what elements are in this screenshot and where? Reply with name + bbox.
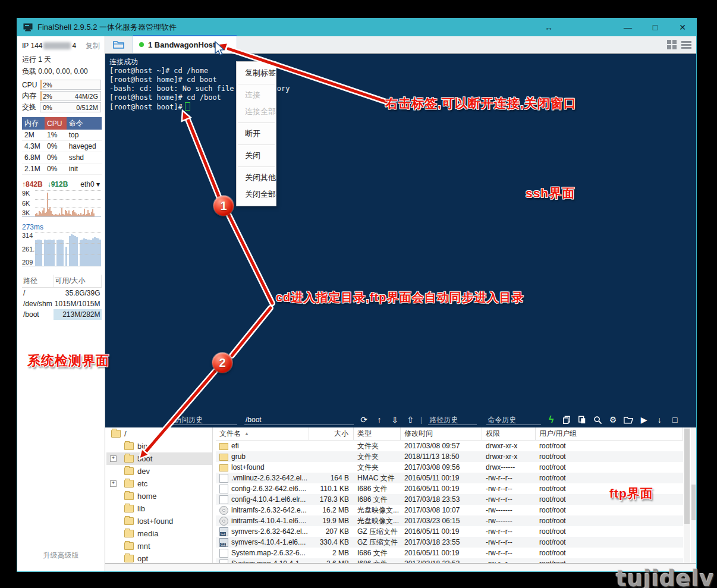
process-row[interactable]: 2.1M0%init	[22, 163, 102, 175]
menu-bars-icon[interactable]	[681, 40, 691, 50]
file-row[interactable]: config-4.10.4-1.el6.elr...178.3 KBI686 文…	[216, 494, 683, 505]
menu-item-复制标签[interactable]: 复制标签	[237, 65, 276, 81]
command-history-field[interactable]: 命令历史	[486, 415, 541, 425]
column-header-修改时间[interactable]: 修改时间	[401, 427, 482, 440]
column-header-大小[interactable]: 大小	[309, 427, 354, 440]
play-icon[interactable]: ▶	[639, 414, 649, 425]
tree-item-opt[interactable]: opt	[106, 552, 212, 564]
upgrade-link[interactable]: 升级高级版	[17, 551, 105, 561]
tree-item-boot[interactable]: +boot	[106, 452, 212, 465]
process-row[interactable]: 6.8M0%sshd	[22, 152, 102, 163]
file-row[interactable]: lost+found文件夹2017/03/08 09:56drwx------r…	[216, 462, 683, 473]
maximize-button[interactable]: □	[641, 18, 669, 36]
file-row[interactable]: config-2.6.32-642.el6....110.1 KBI686 文件…	[216, 483, 683, 494]
close-button[interactable]: ✕	[669, 18, 696, 36]
disk-value: 35.8G/39G	[54, 288, 102, 299]
column-header-权限[interactable]: 权限	[482, 427, 536, 440]
file-type: 文件夹	[354, 463, 401, 473]
up-icon[interactable]: ↑	[374, 415, 385, 425]
column-header-类型[interactable]: 类型	[354, 427, 401, 440]
down-arrow-icon[interactable]: ↓	[654, 414, 665, 425]
file-row[interactable]: initramfs-4.10.4-1.el6....19.9 MB光盘映像文..…	[216, 515, 683, 526]
file-table: 文件名▲大小类型修改时间权限用户/用户组 efi文件夹2017/03/08 09…	[216, 427, 683, 564]
path-input[interactable]: /boot	[244, 415, 354, 425]
folder-icon	[124, 467, 134, 475]
file-row[interactable]: efi文件夹2017/03/08 09:57drwxr-xr-xroot/roo…	[216, 441, 683, 451]
gauge-label: 交换	[22, 102, 40, 112]
window-icon[interactable]: □	[669, 414, 680, 425]
file-row[interactable]: grub文件夹2018/11/13 18:50drwxr-xr-xroot/ro…	[216, 451, 683, 462]
disk-table: 路径可用/大小 /35.8G/39G/dev/shm1015M/1015M/bo…	[22, 275, 102, 320]
gear-icon[interactable]: ⚙	[608, 414, 618, 425]
file-type: 光盘映像文...	[354, 516, 401, 526]
file-row[interactable]: .vmlinuz-2.6.32-642.el...164 BHMAC 文件201…	[216, 473, 683, 483]
interface-selector[interactable]: eth0 ▾	[80, 180, 100, 188]
column-header-文件名[interactable]: 文件名▲	[216, 427, 309, 440]
table-scrollbar[interactable]	[684, 427, 690, 564]
disk-value: 1015M/1015M	[54, 298, 102, 309]
tree-item-lib[interactable]: lib	[106, 502, 212, 515]
access-history-field[interactable]: 访问历史	[173, 415, 237, 425]
file-size: 16.2 MB	[309, 506, 354, 514]
system-monitor-sidebar: IP 144 4 复制 运行 1 天 负载 0.00, 0.00, 0.00 C…	[17, 36, 105, 571]
gauge-bar: 0%0/512M	[40, 102, 101, 112]
tree-item-/[interactable]: /	[106, 427, 212, 440]
tree-item-lost+found[interactable]: lost+found	[106, 515, 212, 527]
tree-item-etc[interactable]: +etc	[106, 477, 212, 490]
menu-item-断开[interactable]: 断开	[237, 125, 276, 142]
file-row[interactable]: symvers-4.10.4-1.el6....330.4 KBGZ 压缩文件2…	[216, 537, 683, 548]
folder-icon	[124, 555, 134, 562]
disk-row[interactable]: /35.8G/39G	[22, 288, 102, 299]
tree-item-bin[interactable]: bin	[106, 440, 212, 452]
file-owner: root/root	[536, 538, 683, 546]
gz-icon	[219, 527, 228, 536]
layout-grid-icon[interactable]	[667, 40, 677, 49]
tree-item-dev[interactable]: dev	[106, 465, 212, 477]
expander-icon[interactable]: +	[110, 455, 117, 462]
path-history-field[interactable]: 路径历史	[428, 415, 477, 425]
file-row[interactable]: System.map-2.6.32-6...2 MBI686 文件2016/05…	[216, 548, 683, 558]
tree-item-home[interactable]: home	[106, 490, 212, 502]
menu-item-关闭全部[interactable]: 关闭全部	[237, 186, 276, 203]
connected-dot	[139, 42, 144, 47]
download-icon[interactable]: ⇩	[389, 415, 400, 425]
lightning-icon[interactable]: ϟ	[546, 414, 556, 425]
file-row[interactable]: symvers-2.6.32-642.el...207 KBGZ 压缩文件201…	[216, 526, 683, 537]
copy-ip-button[interactable]: 复制	[86, 41, 100, 51]
file-name-cell: lost+found	[216, 463, 309, 471]
open-folder-icon[interactable]	[110, 37, 128, 52]
file-row[interactable]: initramfs-2.6.32-642.e...16.2 MB光盘映像文...…	[216, 505, 683, 515]
ssh-terminal[interactable]: 连接成功[root@host ~]# cd /home[root@host ho…	[105, 54, 696, 427]
refresh-icon[interactable]: ⟳	[358, 415, 369, 425]
disk-row[interactable]: /boot213M/282M	[22, 309, 102, 320]
upload-icon[interactable]: ⇧	[405, 415, 416, 425]
tab-bandwagonhost[interactable]: 1 BandwagonHost	[133, 35, 237, 53]
file-name-cell: config-2.6.32-642.el6....	[216, 485, 309, 493]
search-icon[interactable]	[592, 414, 603, 425]
folder-open-icon[interactable]	[623, 414, 634, 425]
file-name: lost+found	[231, 463, 265, 471]
disk-value: 213M/282M	[54, 309, 102, 320]
y-tick: 3K	[22, 210, 35, 216]
tree-item-media[interactable]: media	[106, 527, 212, 540]
tree-item-mnt[interactable]: mnt	[106, 540, 212, 552]
copy-icon[interactable]	[561, 414, 572, 425]
disk-row[interactable]: /dev/shm1015M/1015M	[22, 298, 102, 309]
menu-item-关闭其他[interactable]: 关闭其他	[237, 169, 276, 186]
file-type: I686 文件	[354, 548, 401, 558]
expander-icon[interactable]: +	[110, 480, 117, 487]
proc-cell: 4.3M	[22, 141, 45, 152]
menu-item-关闭[interactable]: 关闭	[237, 147, 276, 164]
tree-scrollbar[interactable]	[691, 427, 696, 564]
minimize-button[interactable]: —	[614, 18, 641, 36]
file-name: initramfs-4.10.4-1.el6....	[231, 517, 306, 525]
file-icon	[219, 485, 228, 493]
file-perm: -rw-r--r--	[482, 538, 536, 546]
process-row[interactable]: 2M1%top	[22, 130, 102, 141]
paste-icon[interactable]	[577, 414, 587, 425]
resize-button[interactable]: ↔	[531, 18, 567, 36]
file-name-cell: .vmlinuz-2.6.32-642.el...	[216, 474, 309, 483]
file-name: symvers-4.10.4-1.el6....	[231, 538, 306, 546]
process-row[interactable]: 4.3M0%haveged	[22, 141, 102, 152]
column-header-用户/用户组[interactable]: 用户/用户组	[536, 427, 683, 440]
